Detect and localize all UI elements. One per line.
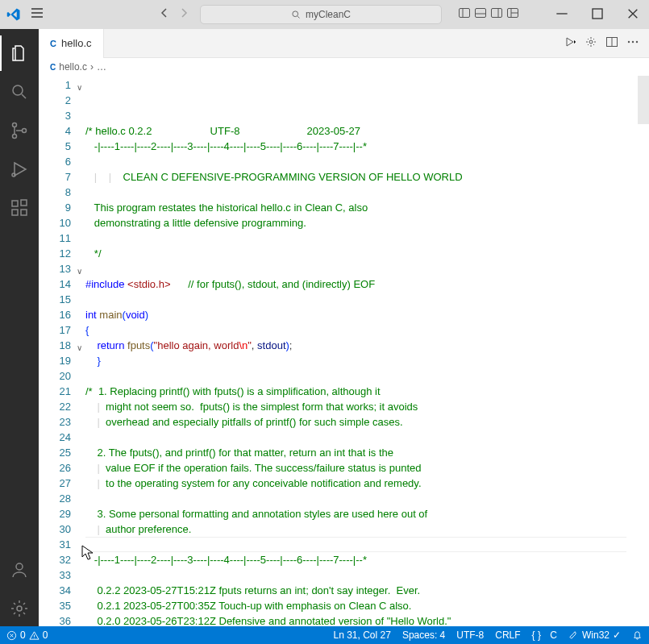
activity-settings-icon[interactable]	[0, 591, 39, 626]
code-line[interactable]: | value EOF if the operation fails. The …	[85, 460, 638, 476]
code-line[interactable]: 0.2.1 2023-05-27T00:35Z Touch-up with em…	[85, 598, 638, 613]
code-line[interactable]: 3. Some personal formatting and annotati…	[85, 506, 638, 521]
tab-hello-c[interactable]: C hello.c	[39, 29, 104, 58]
run-button-icon[interactable]	[564, 35, 576, 52]
activity-explorer-icon[interactable]	[0, 35, 39, 71]
code-line[interactable]: This program restates the historical hel…	[85, 200, 638, 215]
svg-rect-12	[12, 210, 18, 215]
svg-point-10	[12, 173, 15, 177]
layout-panel-left-icon[interactable]	[458, 6, 471, 23]
code-line[interactable]: #include <stdio.h> // for fputs(), stdou…	[85, 276, 638, 292]
code-line[interactable]: -|----1----|----2----|----3----|----4---…	[85, 139, 638, 154]
code-line[interactable]: demonstrating a little defensive program…	[85, 215, 638, 231]
fold-chevron-icon[interactable]: ∨	[77, 80, 82, 95]
code-line[interactable]: /* 1. Replacing printf() with fputs() is…	[85, 384, 638, 399]
code-line[interactable]: }	[85, 353, 638, 368]
scroll-thumb[interactable]	[638, 76, 649, 124]
line-number-gutter: 1∨2345678910111213∨1415161718∨1920212223…	[39, 76, 85, 626]
line-number: 18∨	[39, 338, 71, 353]
status-indentation[interactable]: Spaces: 4	[402, 629, 445, 641]
activity-run-debug-icon[interactable]	[0, 152, 39, 187]
svg-point-8	[13, 135, 17, 139]
code-line[interactable]	[85, 537, 638, 552]
close-button[interactable]	[623, 6, 643, 24]
code-line[interactable]	[85, 185, 638, 200]
breadcrumb[interactable]: C hello.c › …	[39, 58, 649, 76]
status-bar: 0 0 Ln 31, Col 27 Spaces: 4 UTF-8 CRLF {…	[0, 626, 649, 644]
line-number: 21	[39, 384, 71, 399]
code-line[interactable]	[85, 154, 638, 169]
activity-source-control-icon[interactable]	[0, 113, 39, 148]
line-number: 4	[39, 123, 71, 139]
line-number: 32	[39, 552, 71, 567]
code-line[interactable]	[85, 491, 638, 506]
status-notifications-icon[interactable]	[632, 629, 643, 641]
line-number: 5	[39, 139, 71, 154]
layout-customize-icon[interactable]	[506, 6, 519, 23]
code-line[interactable]: /* hello.c 0.2.2 UTF-8 2023-05-27	[85, 123, 638, 139]
status-build-kit[interactable]: Win32 ✓	[568, 629, 621, 641]
line-number: 6	[39, 154, 71, 169]
code-line[interactable]: 0.2.2 2023-05-27T15:21Z fputs returns an…	[85, 583, 638, 598]
code-line[interactable]: | might not seem so. fputs() is the simp…	[85, 399, 638, 414]
svg-rect-14	[21, 200, 27, 206]
svg-point-7	[13, 123, 17, 127]
activity-accounts-icon[interactable]	[0, 552, 39, 588]
editor-actions	[564, 35, 649, 52]
line-number: 29	[39, 506, 71, 521]
code-line[interactable]	[85, 430, 638, 445]
code-line[interactable]	[85, 567, 638, 583]
status-errors-warnings[interactable]: 0 0	[6, 629, 48, 641]
status-encoding[interactable]: UTF-8	[456, 629, 484, 641]
split-editor-icon[interactable]	[605, 35, 618, 52]
more-actions-icon[interactable]	[626, 35, 639, 52]
code-line[interactable]: */	[85, 246, 638, 261]
code-line[interactable]: | overhead and especially pitfalls of pr…	[85, 414, 638, 430]
minimize-button[interactable]	[552, 6, 572, 24]
minimap[interactable]	[638, 76, 649, 626]
nav-forward-icon[interactable]	[177, 6, 190, 23]
code-content[interactable]: /* hello.c 0.2.2 UTF-8 2023-05-27 -|----…	[85, 76, 638, 626]
code-editor[interactable]: 1∨2345678910111213∨1415161718∨1920212223…	[39, 76, 649, 626]
layout-panel-right-icon[interactable]	[490, 6, 503, 23]
line-number: 36	[39, 613, 71, 626]
activity-search-icon[interactable]	[0, 74, 39, 110]
fold-chevron-icon[interactable]: ∨	[77, 264, 82, 279]
code-line[interactable]: int main(void)	[85, 307, 638, 322]
status-eol[interactable]: CRLF	[495, 629, 520, 641]
status-cursor-position[interactable]: Ln 31, Col 27	[334, 629, 391, 641]
code-line[interactable]: | author preference.	[85, 521, 638, 537]
gear-icon[interactable]	[585, 35, 597, 52]
code-line[interactable]: return fputs("hello again, world\n", std…	[85, 338, 638, 353]
svg-rect-13	[21, 210, 27, 215]
code-line[interactable]	[85, 368, 638, 384]
editor-area: C hello.c C hello.c › … 1∨23456789101112…	[39, 29, 649, 626]
code-line[interactable]: | | CLEAN C DEFENSIVE-PROGRAMMING VERSIO…	[85, 169, 638, 185]
code-line[interactable]: | to the operating system for any concei…	[85, 476, 638, 491]
svg-point-0	[293, 11, 298, 17]
nav-back-icon[interactable]	[158, 6, 171, 23]
line-number: 35	[39, 598, 71, 613]
status-language[interactable]: { } C	[532, 629, 557, 641]
code-line[interactable]: -|----1----|----2----|----3----|----4---…	[85, 552, 638, 567]
activity-extensions-icon[interactable]	[0, 190, 39, 226]
warning-icon	[29, 630, 40, 641]
line-number: 17	[39, 322, 71, 338]
code-line[interactable]: {	[85, 322, 638, 338]
fold-chevron-icon[interactable]: ∨	[77, 340, 82, 355]
maximize-button[interactable]	[588, 6, 607, 24]
svg-point-16	[17, 606, 22, 611]
hamburger-menu-icon[interactable]	[31, 6, 44, 23]
code-line[interactable]	[85, 261, 638, 276]
c-file-icon: C	[50, 39, 56, 48]
layout-panel-bottom-icon[interactable]	[474, 6, 487, 23]
svg-rect-2	[476, 9, 486, 18]
code-line[interactable]	[85, 231, 638, 246]
c-file-icon: C	[50, 63, 56, 72]
svg-point-21	[636, 40, 638, 42]
line-number: 10	[39, 215, 71, 231]
code-line[interactable]: 2. The fputs(), and printf() for that ma…	[85, 445, 638, 460]
code-line[interactable]: 0.2.0 2023-05-26T23:12Z Defensive and an…	[85, 613, 638, 626]
code-line[interactable]	[85, 292, 638, 307]
command-center-search[interactable]: myCleanC	[200, 5, 442, 24]
